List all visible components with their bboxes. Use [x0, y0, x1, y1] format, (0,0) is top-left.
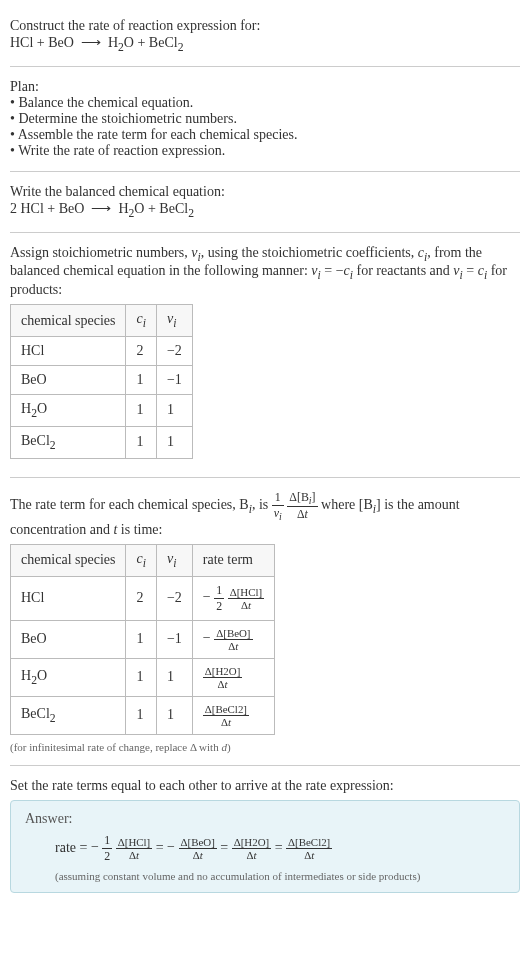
rate-template-formula: 1νi Δ[Bi]Δt [272, 497, 321, 512]
rate-term-table: chemical species ci νi rate term HCl2−2−… [10, 544, 275, 735]
plan-list: • Balance the chemical equation.• Determ… [10, 95, 520, 159]
table-row: HCl2−2 [11, 336, 193, 365]
cell-ci: 2 [126, 336, 156, 365]
stoich-table: chemical species ci νi HCl2−2BeO1−1H2O11… [10, 304, 193, 458]
delta-frac: Δ[BeCl2]Δt [203, 703, 249, 728]
rate-expression: rate = − 12 Δ[HCl]Δt = − Δ[BeO]Δt = Δ[H2… [55, 833, 505, 864]
cell-nui: 1 [156, 696, 192, 734]
table-row: H2O11Δ[H2O]Δt [11, 658, 275, 696]
cell-nui: 1 [156, 658, 192, 696]
delta-frac: Δ[HCl]Δt [228, 586, 264, 611]
table-row: H2O11 [11, 394, 193, 426]
col-rate-term: rate term [192, 544, 274, 576]
cell-species: H2O [11, 658, 126, 696]
delta-frac: Δ[BeO]Δt [214, 627, 252, 652]
cell-species: HCl [11, 336, 126, 365]
plan-item: • Determine the stoichiometric numbers. [10, 111, 520, 127]
assumption-note: (assuming constant volume and no accumul… [55, 870, 505, 882]
table-row: BeO1−1− Δ[BeO]Δt [11, 620, 275, 658]
balanced-section: Write the balanced chemical equation: 2 … [10, 176, 520, 228]
cell-species: H2O [11, 394, 126, 426]
rate-label: rate = [55, 839, 91, 854]
delta-frac: Δ[H2O]Δt [232, 836, 271, 861]
cell-rate-term: Δ[H2O]Δt [192, 658, 274, 696]
divider [10, 232, 520, 233]
delta-frac: Δ[H2O]Δt [203, 665, 242, 690]
intro-mid: , is [252, 497, 272, 512]
cell-nui: 1 [156, 394, 192, 426]
col-nui: νi [156, 544, 192, 576]
plan-item: • Balance the chemical equation. [10, 95, 520, 111]
cell-rate-term: Δ[BeCl2]Δt [192, 696, 274, 734]
answer-label: Answer: [25, 811, 505, 827]
cell-ci: 2 [126, 576, 156, 620]
delta-frac: Δ[BeO]Δt [179, 836, 217, 861]
delta-frac: Δ[BeCl2]Δt [286, 836, 332, 861]
stoich-intro: Assign stoichiometric numbers, νi, using… [10, 245, 520, 299]
cell-rate-term: − 12 Δ[HCl]Δt [192, 576, 274, 620]
table-row: BeCl211Δ[BeCl2]Δt [11, 696, 275, 734]
cell-species: BeO [11, 365, 126, 394]
col-species: chemical species [11, 544, 126, 576]
cell-ci: 1 [126, 365, 156, 394]
divider [10, 765, 520, 766]
col-ci: ci [126, 305, 156, 337]
col-ci: ci [126, 544, 156, 576]
balanced-title: Write the balanced chemical equation: [10, 184, 520, 200]
cell-ci: 1 [126, 394, 156, 426]
cell-species: BeO [11, 620, 126, 658]
header-section: Construct the rate of reaction expressio… [10, 10, 520, 62]
cell-ci: 1 [126, 696, 156, 734]
table-row: BeCl211 [11, 426, 193, 458]
cell-species: HCl [11, 576, 126, 620]
cell-species: BeCl2 [11, 696, 126, 734]
answer-box: Answer: rate = − 12 Δ[HCl]Δt = − Δ[BeO]Δ… [10, 800, 520, 893]
balanced-equation: 2 HCl + BeO ⟶ H2O + BeCl2 [10, 200, 520, 220]
cell-species: BeCl2 [11, 426, 126, 458]
divider [10, 171, 520, 172]
cell-rate-term: − Δ[BeO]Δt [192, 620, 274, 658]
plan-item: • Assemble the rate term for each chemic… [10, 127, 520, 143]
coef-frac: 12 [214, 583, 224, 614]
col-nui: νi [156, 305, 192, 337]
coef-frac: 12 [102, 833, 112, 864]
table-row: HCl2−2− 12 Δ[HCl]Δt [11, 576, 275, 620]
cell-ci: 1 [126, 658, 156, 696]
stoich-section: Assign stoichiometric numbers, νi, using… [10, 237, 520, 473]
table-header-row: chemical species ci νi rate term [11, 544, 275, 576]
plan-section: Plan: • Balance the chemical equation.• … [10, 71, 520, 167]
cell-nui: −2 [156, 576, 192, 620]
plan-item: • Write the rate of reaction expression. [10, 143, 520, 159]
rate-term-intro: The rate term for each chemical species,… [10, 490, 520, 538]
cell-nui: −1 [156, 365, 192, 394]
table-row: BeO1−1 [11, 365, 193, 394]
cell-nui: 1 [156, 426, 192, 458]
divider [10, 477, 520, 478]
rate-term-section: The rate term for each chemical species,… [10, 482, 520, 761]
delta-frac: Δ[Bi]Δt [287, 490, 317, 522]
intro-pre: The rate term for each chemical species,… [10, 497, 249, 512]
coef-frac: 1νi [272, 490, 284, 522]
plan-title: Plan: [10, 79, 520, 95]
final-section: Set the rate terms equal to each other t… [10, 770, 520, 901]
cell-nui: −2 [156, 336, 192, 365]
delta-frac: Δ[HCl]Δt [116, 836, 152, 861]
table-header-row: chemical species ci νi [11, 305, 193, 337]
cell-nui: −1 [156, 620, 192, 658]
final-title: Set the rate terms equal to each other t… [10, 778, 520, 794]
cell-ci: 1 [126, 620, 156, 658]
cell-ci: 1 [126, 426, 156, 458]
rate-note: (for infinitesimal rate of change, repla… [10, 741, 520, 753]
unbalanced-equation: HCl + BeO ⟶ H2O + BeCl2 [10, 34, 520, 54]
col-species: chemical species [11, 305, 126, 337]
divider [10, 66, 520, 67]
prompt-text: Construct the rate of reaction expressio… [10, 18, 520, 34]
